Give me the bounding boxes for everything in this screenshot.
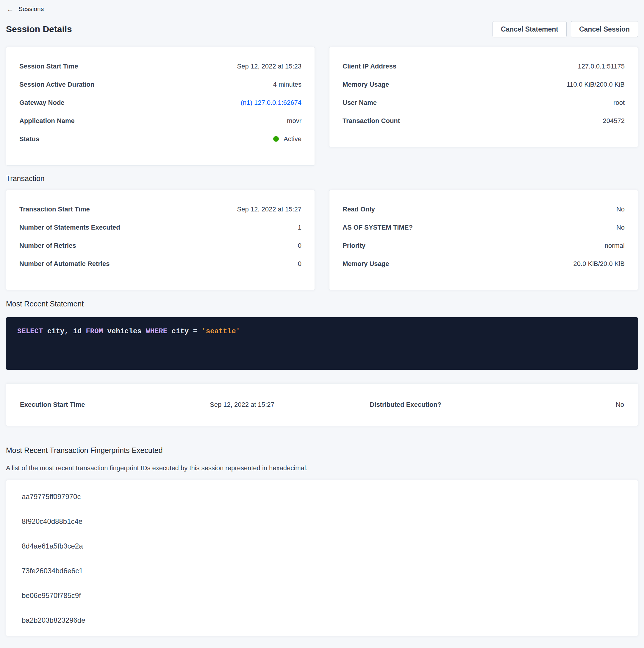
session-summary-card-left: Session Start Time Sep 12, 2022 at 15:23… (6, 47, 315, 166)
automatic-retries-label: Number of Automatic Retries (19, 260, 110, 268)
status-row: Status Active (19, 130, 301, 148)
transaction-count-row: Transaction Count 204572 (343, 112, 625, 130)
breadcrumb-label: Sessions (18, 5, 44, 13)
fingerprints-description: A list of the most recent transaction fi… (6, 464, 638, 473)
application-name-row: Application Name movr (19, 112, 301, 130)
retries-row: Number of Retries 0 (19, 236, 301, 255)
transaction-memory-usage-value: 20.0 KiB/20.0 KiB (574, 260, 625, 268)
status-label: Status (19, 135, 39, 143)
priority-value: normal (605, 242, 625, 250)
fingerprint-id-item: 73fe26034bd6e6c1 (6, 558, 638, 583)
transaction-start-time-value: Sep 12, 2022 at 15:27 (237, 206, 301, 213)
status-value: Active (273, 135, 301, 143)
execution-start-time-label: Execution Start Time (20, 401, 85, 409)
sql-plain-columns: city, id (43, 327, 86, 335)
statements-executed-row: Number of Statements Executed 1 (19, 218, 301, 236)
application-name-label: Application Name (19, 117, 75, 125)
sql-keyword-select: SELECT (17, 327, 43, 335)
cancel-statement-button[interactable]: Cancel Statement (492, 21, 567, 37)
transaction-count-value: 204572 (603, 117, 625, 125)
transaction-start-time-label: Transaction Start Time (19, 206, 90, 213)
cancel-session-button[interactable]: Cancel Session (571, 21, 638, 37)
distributed-execution-value: No (616, 401, 624, 409)
transaction-card-left: Transaction Start Time Sep 12, 2022 at 1… (6, 190, 315, 290)
client-ip-value: 127.0.0.1:51175 (578, 62, 625, 70)
transaction-section-heading: Transaction (6, 174, 638, 183)
fingerprint-id-item: 8d4ae61a5fb3ce2a (6, 534, 638, 558)
transaction-section: Transaction Start Time Sep 12, 2022 at 1… (6, 190, 638, 290)
fingerprints-card: aa79775ff097970c 8f920c40d88b1c4e 8d4ae6… (6, 480, 638, 636)
fingerprint-id-item: 8f920c40d88b1c4e (6, 509, 638, 534)
user-name-value: root (613, 99, 625, 107)
session-start-time-row: Session Start Time Sep 12, 2022 at 15:23 (19, 57, 301, 75)
sql-statement-code: SELECT city, id FROM vehicles WHERE city… (17, 327, 627, 336)
automatic-retries-row: Number of Automatic Retries 0 (19, 255, 301, 273)
transaction-count-label: Transaction Count (343, 117, 400, 125)
gateway-node-link[interactable]: (n1) 127.0.0.1:62674 (241, 99, 301, 107)
execution-details-card: Execution Start Time Sep 12, 2022 at 15:… (6, 383, 638, 426)
user-name-label: User Name (343, 99, 377, 107)
distributed-execution-pair: Distributed Execution? No (370, 401, 624, 409)
status-text: Active (284, 135, 301, 143)
title-row: Session Details Cancel Statement Cancel … (6, 21, 638, 38)
read-only-label: Read Only (343, 206, 375, 213)
session-summary-section: Session Start Time Sep 12, 2022 at 15:23… (6, 47, 638, 166)
back-arrow-icon: ← (7, 5, 14, 12)
header-actions: Cancel Statement Cancel Session (492, 21, 638, 37)
session-memory-usage-row: Memory Usage 110.0 KiB/200.0 KiB (343, 75, 625, 94)
client-ip-row: Client IP Address 127.0.0.1:51175 (343, 57, 625, 75)
as-of-system-time-row: AS OF SYSTEM TIME? No (343, 218, 625, 236)
gateway-node-row: Gateway Node (n1) 127.0.0.1:62674 (19, 94, 301, 112)
session-active-duration-value: 4 minutes (273, 81, 301, 89)
priority-row: Priority normal (343, 236, 625, 255)
user-name-row: User Name root (343, 94, 625, 112)
session-start-time-label: Session Start Time (19, 62, 78, 70)
read-only-row: Read Only No (343, 200, 625, 218)
automatic-retries-value: 0 (298, 260, 301, 268)
session-summary-card-right: Client IP Address 127.0.0.1:51175 Memory… (329, 47, 638, 147)
fingerprints-section-heading: Most Recent Transaction Fingerprints Exe… (6, 446, 638, 455)
sql-string-literal: 'seattle' (201, 327, 240, 335)
distributed-execution-label: Distributed Execution? (370, 401, 441, 409)
statement-section-heading: Most Recent Statement (6, 299, 638, 308)
as-of-system-time-label: AS OF SYSTEM TIME? (343, 224, 413, 231)
breadcrumb-back-sessions[interactable]: ← Sessions (6, 4, 44, 14)
sql-keyword-from: FROM (86, 327, 103, 335)
execution-start-time-value: Sep 12, 2022 at 15:27 (210, 401, 274, 409)
session-details-page: ← Sessions Session Details Cancel Statem… (0, 0, 644, 636)
as-of-system-time-value: No (616, 224, 625, 231)
transaction-memory-usage-label: Memory Usage (343, 260, 389, 268)
application-name-value: movr (287, 117, 301, 125)
page-title: Session Details (6, 24, 72, 35)
fingerprint-id-item: be06e9570f785c9f (6, 583, 638, 608)
session-active-duration-label: Session Active Duration (19, 81, 94, 89)
session-memory-usage-value: 110.0 KiB/200.0 KiB (567, 81, 625, 89)
fingerprint-id-item: aa79775ff097970c (6, 484, 638, 509)
transaction-memory-usage-row: Memory Usage 20.0 KiB/20.0 KiB (343, 255, 625, 273)
client-ip-label: Client IP Address (343, 62, 396, 70)
execution-details-row: Execution Start Time Sep 12, 2022 at 15:… (20, 401, 624, 409)
transaction-card-right: Read Only No AS OF SYSTEM TIME? No Prior… (329, 190, 638, 290)
sql-keyword-where: WHERE (146, 327, 167, 335)
statements-executed-label: Number of Statements Executed (19, 224, 120, 231)
session-memory-usage-label: Memory Usage (343, 81, 389, 89)
transaction-start-time-row: Transaction Start Time Sep 12, 2022 at 1… (19, 200, 301, 218)
fingerprint-id-item: ba2b203b823296de (6, 608, 638, 633)
sql-plain-table: vehicles (103, 327, 146, 335)
read-only-value: No (616, 206, 625, 213)
retries-label: Number of Retries (19, 242, 76, 250)
sql-plain-predicate: city = (167, 327, 201, 335)
execution-start-time-pair: Execution Start Time Sep 12, 2022 at 15:… (20, 401, 274, 409)
priority-label: Priority (343, 242, 365, 250)
retries-value: 0 (298, 242, 301, 250)
gateway-node-label: Gateway Node (19, 99, 65, 107)
status-active-dot-icon (273, 136, 279, 142)
statements-executed-value: 1 (298, 224, 301, 231)
sql-statement-box: SELECT city, id FROM vehicles WHERE city… (6, 317, 638, 370)
session-active-duration-row: Session Active Duration 4 minutes (19, 75, 301, 94)
session-start-time-value: Sep 12, 2022 at 15:23 (237, 62, 301, 70)
